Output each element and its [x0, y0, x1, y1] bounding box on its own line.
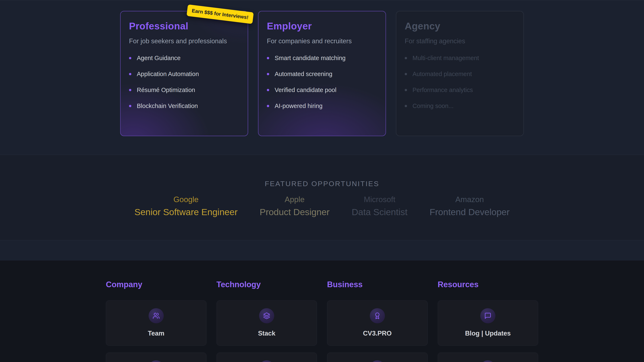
- plan-feature-list: Multi-client management Automated placem…: [405, 55, 515, 109]
- plan-feature: Smart candidate matching: [267, 55, 377, 62]
- footer-grid: Company Team Technology Stack: [106, 261, 538, 362]
- plan-title: Employer: [267, 20, 377, 32]
- footer-card-cv3pro[interactable]: CV3.PRO: [327, 300, 428, 346]
- plan-card-employer[interactable]: Employer For companies and recruiters Sm…: [258, 11, 386, 136]
- footer-column-resources: Resources Blog | Updates: [438, 280, 538, 362]
- footer-card-partial[interactable]: [327, 353, 428, 362]
- footer-heading-technology: Technology: [216, 280, 317, 290]
- pricing-section: Earn $$$ for Interviews! Professional Fo…: [0, 0, 644, 155]
- icon-circle: [259, 360, 274, 362]
- footer-card-blog[interactable]: Blog | Updates: [438, 300, 538, 346]
- bullet-dot-icon: [129, 89, 131, 91]
- footer-card-partial[interactable]: [216, 353, 317, 362]
- bullet-dot-icon: [129, 73, 131, 75]
- plan-title: Professional: [129, 20, 239, 32]
- footer-heading-resources: Resources: [438, 280, 538, 290]
- bullet-dot-icon: [267, 73, 269, 75]
- job-role: Frontend Developer: [430, 207, 510, 218]
- job-role: Product Designer: [260, 207, 330, 218]
- plan-feature: Blockchain Verification: [129, 103, 239, 109]
- bullet-dot-icon: [405, 89, 407, 91]
- job-company: Google: [134, 195, 238, 204]
- job-item-google[interactable]: Google Senior Software Engineer: [134, 195, 238, 218]
- bullet-dot-icon: [405, 73, 407, 75]
- plan-feature-list: Agent Guidance Application Automation Ré…: [129, 55, 239, 109]
- footer-card-label: Team: [148, 330, 164, 337]
- job-company: Amazon: [430, 195, 510, 204]
- job-item-apple[interactable]: Apple Product Designer: [260, 195, 330, 218]
- footer-column-business: Business CV3.PRO: [327, 280, 428, 362]
- plan-feature: Verified candidate pool: [267, 87, 377, 93]
- plan-feature: Agent Guidance: [129, 55, 239, 62]
- job-item-amazon[interactable]: Amazon Frontend Developer: [430, 195, 510, 218]
- bullet-dot-icon: [267, 57, 269, 59]
- message-icon: [480, 308, 496, 323]
- footer-heading-company: Company: [106, 280, 206, 290]
- footer-heading-business: Business: [327, 280, 428, 290]
- plan-feature: Coming soon...: [405, 103, 515, 109]
- footer-card-stack[interactable]: Stack: [216, 300, 317, 346]
- plan-description: For companies and recruiters: [267, 37, 377, 45]
- bullet-dot-icon: [267, 89, 269, 91]
- featured-opportunities-section: FEATURED OPPORTUNITIES Google Senior Sof…: [0, 155, 644, 240]
- icon-circle: [148, 360, 164, 362]
- plan-title: Agency: [405, 20, 515, 32]
- job-item-microsoft[interactable]: Microsoft Data Scientist: [352, 195, 408, 218]
- icon-circle: [370, 360, 385, 362]
- bullet-dot-icon: [129, 57, 131, 59]
- plan-description: For staffing agencies: [405, 37, 515, 45]
- featured-heading: FEATURED OPPORTUNITIES: [0, 155, 644, 188]
- plan-feature: Performance analytics: [405, 87, 515, 93]
- bullet-dot-icon: [405, 57, 407, 59]
- bullet-dot-icon: [405, 105, 407, 107]
- featured-jobs-row: Google Senior Software Engineer Apple Pr…: [0, 195, 644, 218]
- plan-feature: Application Automation: [129, 71, 239, 78]
- plan-feature: Automated screening: [267, 71, 377, 78]
- plan-feature: Résumé Optimization: [129, 87, 239, 93]
- plan-feature: AI-powered hiring: [267, 103, 377, 109]
- plan-card-agency-disabled: Agency For staffing agencies Multi-clien…: [396, 11, 524, 136]
- users-icon: [148, 308, 164, 323]
- footer-card-partial[interactable]: [438, 353, 538, 362]
- footer-card-label: Blog | Updates: [465, 330, 511, 337]
- footer-card-label: Stack: [258, 330, 276, 337]
- layers-icon: [259, 308, 274, 323]
- plan-feature: Automated placement: [405, 71, 515, 78]
- plan-description: For job seekers and professionals: [129, 37, 239, 45]
- bullet-dot-icon: [129, 105, 131, 107]
- section-divider-band: [0, 240, 644, 261]
- footer-column-technology: Technology Stack: [216, 280, 317, 362]
- landing-page: Earn $$$ for Interviews! Professional Fo…: [0, 0, 644, 362]
- bullet-dot-icon: [267, 105, 269, 107]
- footer-card-label: CV3.PRO: [363, 330, 392, 337]
- award-icon: [370, 308, 385, 323]
- plan-feature: Multi-client management: [405, 55, 515, 62]
- job-company: Apple: [260, 195, 330, 204]
- footer-card-partial[interactable]: [106, 353, 206, 362]
- plan-cards-row: Professional For job seekers and profess…: [120, 11, 524, 136]
- job-role: Senior Software Engineer: [134, 207, 238, 218]
- footer-column-company: Company Team: [106, 280, 206, 362]
- plan-feature-list: Smart candidate matching Automated scree…: [267, 55, 377, 109]
- plan-card-professional[interactable]: Professional For job seekers and profess…: [120, 11, 248, 136]
- job-role: Data Scientist: [352, 207, 408, 218]
- job-company: Microsoft: [352, 195, 408, 204]
- icon-circle: [480, 360, 496, 362]
- footer: Company Team Technology Stack: [0, 261, 644, 362]
- footer-card-team[interactable]: Team: [106, 300, 206, 346]
